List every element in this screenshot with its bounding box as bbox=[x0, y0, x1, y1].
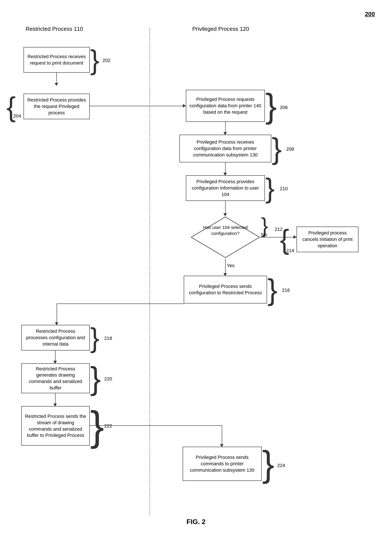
arrow-216-left bbox=[57, 303, 184, 304]
box-202: Restricted Process receives request to p… bbox=[24, 47, 90, 73]
arrow-220-222 bbox=[55, 393, 55, 404]
bracket-210: } bbox=[265, 174, 275, 202]
bracket-208: } bbox=[272, 134, 282, 163]
label-yes: Yes bbox=[227, 263, 235, 268]
label-206: 206 bbox=[280, 105, 288, 110]
arrow-206-208 bbox=[225, 122, 226, 132]
bracket-218: } bbox=[90, 324, 99, 352]
bracket-220: } bbox=[90, 362, 101, 394]
diamond-212 bbox=[190, 216, 261, 259]
arrow-208-210 bbox=[225, 162, 226, 173]
label-208: 208 bbox=[286, 146, 294, 152]
arrow-210-212 bbox=[225, 201, 226, 214]
box-222: Restricted Process sends the stream of d… bbox=[21, 406, 90, 446]
label-224: 224 bbox=[277, 463, 285, 468]
arrowhead-202-204 bbox=[55, 83, 58, 86]
box-220: Restricted Process generates drawing com… bbox=[21, 363, 90, 393]
box-224: Privileged Process sends commands to pri… bbox=[183, 447, 262, 481]
arrow-yes bbox=[225, 259, 226, 273]
bracket-224: } bbox=[262, 446, 274, 482]
arrowhead-no bbox=[294, 235, 296, 239]
bracket-216: } bbox=[267, 275, 277, 304]
bracket-206: } bbox=[265, 89, 277, 123]
left-column-header: Restricted Process 110 bbox=[26, 26, 83, 32]
arrow-218-220 bbox=[55, 351, 55, 361]
arrow-222-224-v bbox=[222, 425, 222, 445]
page: { "pageNumber": "200", "figLabel": "FIG.… bbox=[0, 0, 392, 545]
box-216: Privileged Process sends configuration t… bbox=[184, 276, 267, 303]
label-222: 222 bbox=[104, 423, 112, 429]
bracket-202: } bbox=[90, 46, 99, 74]
diamond-212-text: Has user 104 selected configuration? bbox=[194, 224, 256, 237]
box-204: Restricted Process provides the request … bbox=[24, 94, 90, 119]
label-202: 202 bbox=[103, 58, 110, 63]
label-216: 216 bbox=[282, 287, 290, 293]
label-204: 204 bbox=[13, 113, 21, 119]
label-210: 210 bbox=[280, 186, 288, 192]
arrow-216-down bbox=[57, 303, 57, 323]
label-220: 220 bbox=[104, 376, 112, 382]
fig-label: FIG. 2 bbox=[186, 518, 206, 526]
label-no: No bbox=[261, 232, 267, 237]
arrow-202-204 bbox=[56, 73, 57, 83]
label-218: 218 bbox=[104, 335, 112, 341]
right-column-header: Privileged Process 120 bbox=[192, 26, 249, 32]
label-214: 214 bbox=[286, 248, 294, 254]
bracket-222: } bbox=[90, 405, 104, 447]
arrow-222-224-h bbox=[90, 425, 222, 426]
box-210: Privileged Process provides configuratio… bbox=[186, 175, 265, 201]
divider-line bbox=[150, 28, 150, 515]
box-214: Privileged process cancels initiation of… bbox=[296, 227, 358, 252]
svg-marker-0 bbox=[191, 217, 260, 258]
box-218: Restricted Process processes configurati… bbox=[21, 325, 90, 351]
arrow-204-206 bbox=[90, 106, 186, 106]
box-206: Privileged Process requests configuratio… bbox=[186, 90, 265, 122]
box-208: Privileged Process receives configuratio… bbox=[179, 135, 271, 162]
arrowhead-204-206 bbox=[183, 104, 186, 107]
page-number: 200 bbox=[365, 11, 375, 18]
